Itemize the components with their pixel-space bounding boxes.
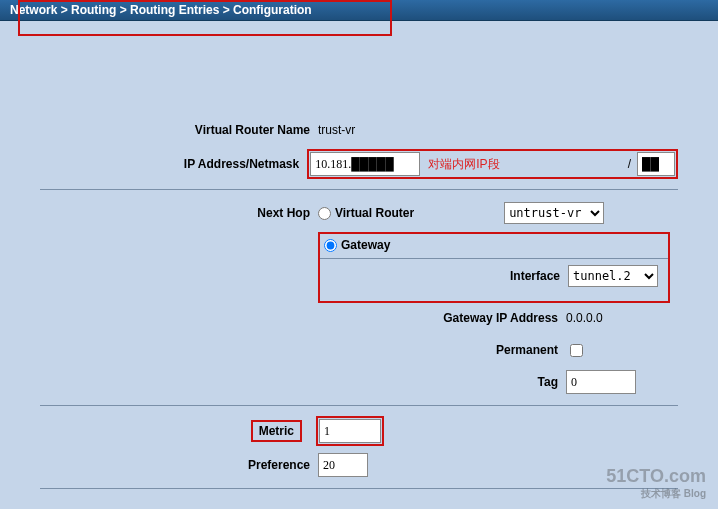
label-preference: Preference [40, 458, 318, 472]
divider-1 [40, 189, 678, 190]
label-gw-ip: Gateway IP Address [40, 311, 566, 325]
label-permanent: Permanent [40, 343, 566, 357]
select-virtual-router[interactable]: untrust-vr [504, 202, 604, 224]
ip-note: 对端内网IP段 [428, 156, 499, 173]
divider-gw [320, 258, 668, 259]
radio-virtual-router[interactable] [318, 207, 331, 220]
divider-2 [40, 405, 678, 406]
value-vr-name: trust-vr [318, 123, 355, 137]
label-next-hop: Next Hop [40, 206, 318, 220]
ip-input[interactable] [310, 152, 420, 176]
label-vr-name: Virtual Router Name [40, 123, 318, 137]
highlight-metric-label: Metric [251, 420, 302, 442]
netmask-input[interactable] [637, 152, 675, 176]
config-form: Virtual Router Name trust-vr IP Address/… [0, 91, 718, 509]
preference-input[interactable] [318, 453, 368, 477]
watermark: 51CTO.com 技术博客 Blog [606, 466, 706, 501]
tag-input[interactable] [566, 370, 636, 394]
value-gw-ip: 0.0.0.0 [566, 311, 603, 325]
highlight-metric-input [316, 416, 384, 446]
metric-input[interactable] [319, 419, 381, 443]
highlight-breadcrumb [18, 0, 392, 36]
label-virtual-router: Virtual Router [335, 206, 414, 220]
divider-3 [40, 488, 678, 489]
slash: / [628, 157, 631, 171]
label-interface: Interface [320, 269, 568, 283]
highlight-ip: 对端内网IP段 / [307, 149, 678, 179]
label-tag: Tag [40, 375, 566, 389]
highlight-gateway: Gateway Interface tunnel.2 [318, 232, 670, 303]
label-ip-netmask: IP Address/Netmask [40, 157, 307, 171]
select-interface[interactable]: tunnel.2 [568, 265, 658, 287]
label-gateway: Gateway [341, 238, 390, 252]
radio-gateway[interactable] [324, 239, 337, 252]
checkbox-permanent[interactable] [570, 344, 583, 357]
